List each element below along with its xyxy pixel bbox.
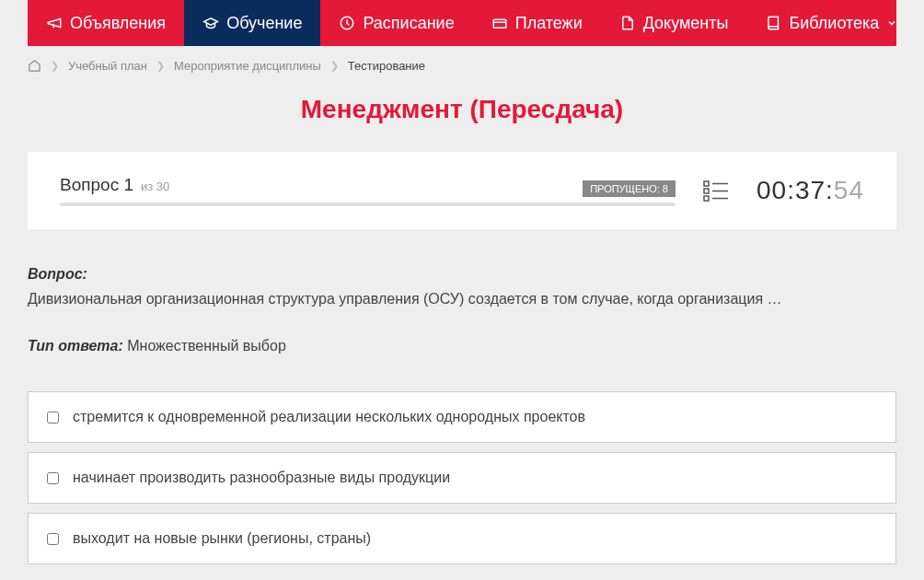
answer-text: начинает производить разнообразные виды … xyxy=(73,470,450,486)
question-text: Дивизиональная организационная структура… xyxy=(28,288,896,310)
answer-type-value: Множественный выбор xyxy=(127,338,286,354)
svg-rect-1 xyxy=(493,19,506,28)
nav-label: Объявления xyxy=(70,14,166,33)
chevron-down-icon xyxy=(886,17,897,29)
clock-icon xyxy=(339,15,355,31)
answer-text: стремится к одновременной реализации нес… xyxy=(73,409,585,425)
page-title: Менеджмент (Пересдача) xyxy=(28,86,896,152)
svg-rect-4 xyxy=(704,189,709,193)
question-block: Вопрос: Дивизиональная организационная с… xyxy=(28,229,896,338)
progress-bar xyxy=(60,203,676,206)
breadcrumb-link[interactable]: Учебный план xyxy=(68,59,147,73)
answer-checkbox[interactable] xyxy=(47,533,59,545)
answers-list: стремится к одновременной реализации нес… xyxy=(28,391,896,580)
chevron-right-icon: ❯ xyxy=(51,60,59,72)
breadcrumb: ❯ Учебный план ❯ Мероприятие дисциплины … xyxy=(28,46,896,86)
nav-education[interactable]: Обучение xyxy=(184,0,320,46)
nav-label: Документы xyxy=(643,14,729,33)
answer-checkbox[interactable] xyxy=(47,472,59,484)
nav-label: Платежи xyxy=(515,14,583,33)
nav-label: Библиотека xyxy=(790,14,880,33)
timer-main: 00:37: xyxy=(757,176,834,204)
document-icon xyxy=(619,15,636,31)
nav-documents[interactable]: Документы xyxy=(601,0,747,46)
graduation-cap-icon xyxy=(202,15,219,31)
book-icon xyxy=(766,15,782,31)
question-list-icon[interactable] xyxy=(703,180,729,202)
chevron-right-icon: ❯ xyxy=(330,60,339,72)
top-navbar: Объявления Обучение Расписание Платежи Д… xyxy=(28,0,896,46)
question-label: Вопрос: xyxy=(28,266,896,283)
skipped-badge: ПРОПУЩЕНО: 8 xyxy=(583,180,676,197)
answer-type-label: Тип ответа: xyxy=(28,338,123,354)
breadcrumb-link[interactable]: Мероприятие дисциплины xyxy=(174,59,321,73)
answer-type-block: Тип ответа: Множественный выбор xyxy=(28,338,896,391)
home-icon[interactable] xyxy=(28,59,41,73)
timer-seconds: 54 xyxy=(834,176,864,204)
nav-payments[interactable]: Платежи xyxy=(473,0,601,46)
nav-library[interactable]: Библиотека xyxy=(747,0,917,46)
answer-option[interactable]: выходит на новые рынки (регионы, страны) xyxy=(28,513,896,564)
nav-announcements[interactable]: Объявления xyxy=(28,0,184,46)
answer-checkbox[interactable] xyxy=(47,412,59,423)
nav-label: Расписание xyxy=(363,14,454,33)
timer: 00:37:54 xyxy=(757,176,864,205)
status-bar: Вопрос 1 из 30 ПРОПУЩЕНО: 8 00:37:54 xyxy=(28,152,896,229)
svg-rect-6 xyxy=(704,196,709,201)
question-progress: Вопрос 1 из 30 ПРОПУЩЕНО: 8 xyxy=(60,175,676,206)
nav-schedule[interactable]: Расписание xyxy=(320,0,472,46)
chevron-right-icon: ❯ xyxy=(156,60,165,72)
payment-icon xyxy=(491,15,508,31)
question-number: Вопрос 1 xyxy=(60,175,133,195)
svg-rect-2 xyxy=(704,181,709,186)
answer-text: выходит на новые рынки (регионы, страны) xyxy=(73,530,371,547)
megaphone-icon xyxy=(46,15,63,31)
nav-label: Обучение xyxy=(226,14,302,33)
answer-option[interactable]: стремится к одновременной реализации нес… xyxy=(28,391,896,443)
breadcrumb-current: Тестирование xyxy=(348,59,425,73)
answer-option[interactable]: начинает производить разнообразные виды … xyxy=(28,452,896,504)
question-total: из 30 xyxy=(141,180,169,193)
